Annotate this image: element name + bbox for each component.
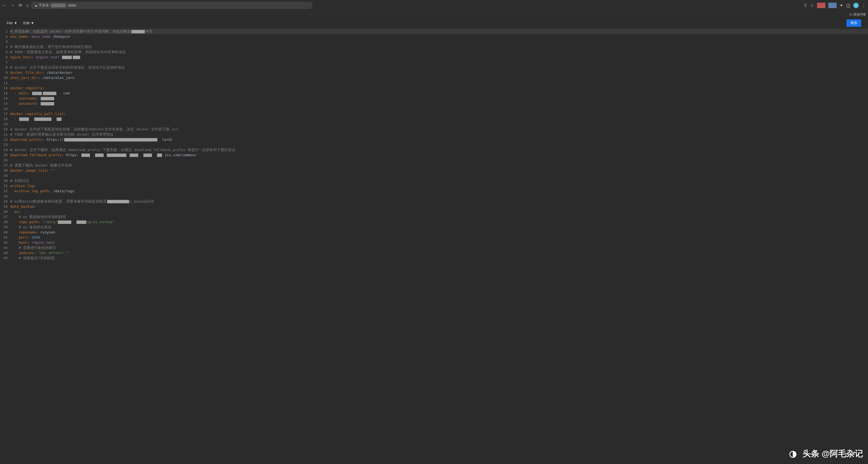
extensions-icon[interactable]: ✦ <box>840 3 843 8</box>
line-number: 6 <box>3 55 8 60</box>
code-line[interactable]: # 环境名称，会配置到 docker 的环境变量中用于环境判断，例如判断是环境 <box>10 29 868 34</box>
code-line[interactable]: # 网关服务器的主机，用于进行各组件的相互通信 <box>10 45 868 50</box>
extension-2[interactable] <box>828 3 837 8</box>
code-line[interactable]: # TODO：配置时需要确认是否要否内部 docker 文件管理地址 <box>10 132 868 137</box>
browser-toolbar: ← → ⟳ ⌂ ▲ 不安全 :8000 ⇧ ☆ ✦ ◫ c ⋮ <box>0 0 868 11</box>
code-line[interactable]: username: <box>10 96 868 101</box>
code-token <box>10 220 19 225</box>
save-button[interactable]: 保存 <box>846 19 861 27</box>
code-line[interactable]: repo_path: "/data/ up/es_backup" <box>10 220 868 225</box>
code-token: : <box>27 91 31 96</box>
home-icon[interactable]: ⌂ <box>26 3 29 8</box>
code-line[interactable]: password: <box>10 101 868 106</box>
code-line[interactable]: # es和minio数据备份相关配置，需要准备外部磁盘挂载至i_backup目录 <box>10 199 868 204</box>
line-number: 45 <box>3 256 8 261</box>
code-line[interactable]: # es 备份的仓库名 <box>10 225 868 230</box>
line-number: 24 <box>3 147 8 152</box>
code-line[interactable]: # es 数据备份到本地的路径 <box>10 214 868 220</box>
sidepanel-icon[interactable]: ◫ <box>846 3 850 8</box>
code-line[interactable] <box>10 39 868 45</box>
code-line[interactable] <box>10 158 868 163</box>
line-number: 10 <box>3 75 8 81</box>
code-token <box>10 251 19 256</box>
code-line[interactable]: # docker 文件下载后在目标主机的存放地址，该地址可以是临时地址 <box>10 65 868 70</box>
line-number: 4 <box>3 45 8 50</box>
code-line[interactable] <box>10 173 868 178</box>
back-icon[interactable]: ← <box>2 3 6 8</box>
bookmarks-bar: 🗀 其他书签 <box>0 11 868 18</box>
code-line[interactable]: archive_log_path: /data/logs <box>10 188 868 194</box>
line-number: 38 <box>3 220 8 225</box>
forward-icon[interactable]: → <box>10 3 15 8</box>
address-bar[interactable]: ▲ 不安全 :8000 <box>31 2 313 9</box>
code-token: password <box>19 101 36 106</box>
redacted-text <box>130 153 138 157</box>
code-editor[interactable]: 1234567891011121314151617181920212223242… <box>0 28 868 464</box>
code-line[interactable]: alex_jars_dir: /data/alex_jars <box>10 75 868 81</box>
code-line[interactable]: docker_registry_pull_list: <box>10 111 868 116</box>
code-token: data_backup <box>10 204 34 209</box>
code-token: i_backup目录 <box>130 199 154 204</box>
redacted-text <box>107 153 126 157</box>
line-number: 32 <box>3 188 8 194</box>
redacted-text <box>34 117 52 121</box>
code-line[interactable]: env_name: &env_name zhongxin <box>10 34 868 39</box>
code-token: : <box>42 86 44 91</box>
redacted-text <box>57 117 62 121</box>
code-token: # es 备份的仓库名 <box>19 225 52 230</box>
code-line[interactable]: # docker 文件下载时，如果通过 download_prefix 下载失败… <box>10 147 868 152</box>
code-token: host <box>19 240 27 245</box>
profile-avatar[interactable]: c <box>853 3 859 8</box>
code-token: download_fallback_prefix <box>10 152 62 158</box>
code-line[interactable]: es: <box>10 209 868 214</box>
line-number: 15 <box>3 101 8 106</box>
code-line[interactable]: reponame: ruiyuan <box>10 230 868 235</box>
code-token <box>10 209 14 214</box>
code-line[interactable]: # 需要下载的 docker 镜像文件名称 <box>10 163 868 168</box>
edit-menu[interactable]: Edit ▼ <box>23 21 34 25</box>
code-line[interactable]: docker_file_dir: /data/docker <box>10 70 868 75</box>
line-number: 29 <box>3 173 8 178</box>
code-line[interactable]: # 归档日志 <box>10 178 868 183</box>
code-line[interactable] <box>10 122 868 127</box>
code-line[interactable]: docker_registry: <box>10 86 868 91</box>
code-token <box>10 256 19 261</box>
chevron-down-icon: ▼ <box>31 21 34 25</box>
code-line[interactable]: - host: com <box>10 91 868 96</box>
code-line[interactable]: archive_log: <box>10 183 868 188</box>
code-token: nginx_host <box>10 55 31 60</box>
code-line[interactable] <box>10 106 868 111</box>
code-line[interactable]: - <box>10 116 868 122</box>
line-number: 43 <box>3 245 8 251</box>
bookmark-icon[interactable]: ☆ <box>810 3 814 8</box>
share-icon[interactable]: ⇧ <box>804 3 807 8</box>
code-line[interactable]: host: *nginx_host <box>10 240 868 245</box>
code-line[interactable] <box>10 81 868 86</box>
redacted-text <box>143 153 152 157</box>
code-line[interactable]: # 保留最近7天的快照 <box>10 256 868 261</box>
menu-icon[interactable]: ⋮ <box>862 3 866 8</box>
code-token <box>10 188 14 194</box>
code-line[interactable]: docker_image_list: "" <box>10 168 868 173</box>
code-line[interactable]: # docker 文件的下载配置地址前缀，该前缀会与docker文件名拼装，决定… <box>10 127 868 132</box>
other-bookmarks[interactable]: 🗀 其他书签 <box>849 12 866 17</box>
code-line[interactable] <box>10 142 868 147</box>
redacted-text <box>19 117 29 121</box>
code-line[interactable] <box>10 60 868 65</box>
reload-icon[interactable]: ⟳ <box>19 3 22 8</box>
code-line[interactable]: download_prefix: https:// lard/ <box>10 137 868 142</box>
code-line[interactable]: data_backup: <box>10 204 868 209</box>
code-token: com <box>57 91 70 96</box>
code-line[interactable] <box>10 194 868 199</box>
code-content[interactable]: # 环境名称，会配置到 docker 的环境变量中用于环境判断，例如判断是环境e… <box>10 28 868 464</box>
code-line[interactable]: # 需要进行备份的索引 <box>10 245 868 251</box>
code-line[interactable]: indices: "dec_default_*" <box>10 251 868 256</box>
folder-icon: 🗀 <box>849 12 852 16</box>
code-line[interactable]: port: 9200 <box>10 235 868 240</box>
line-number: 28 <box>3 168 8 173</box>
code-line[interactable]: # TODO：需要修改主机名，如果是单机部署，则该地址为对应单机地址 <box>10 50 868 55</box>
file-menu[interactable]: File ▼ <box>7 21 18 25</box>
extension-1[interactable] <box>817 3 825 8</box>
code-line[interactable]: download_fallback_prefix: https: ics.com… <box>10 152 868 158</box>
code-line[interactable]: nginx_host: &nginx_host <box>10 55 868 60</box>
